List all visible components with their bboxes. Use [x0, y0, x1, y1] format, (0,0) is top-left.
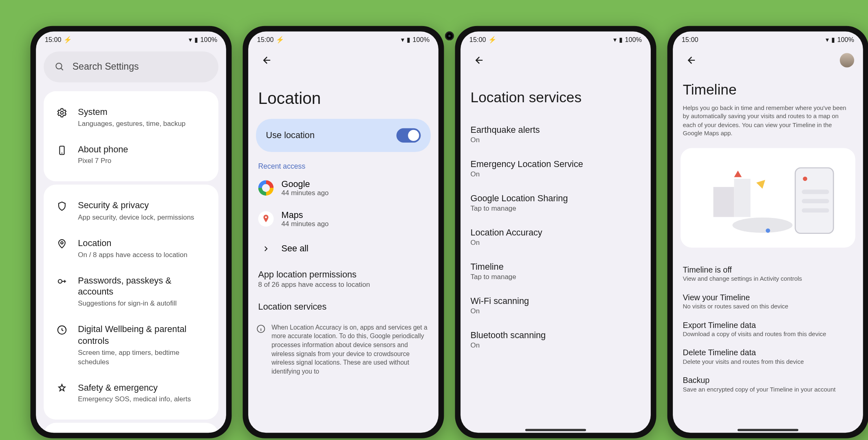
service-location-accuracy[interactable]: Location AccuracyOn [468, 220, 643, 254]
timeline-illustration [681, 148, 855, 247]
svg-rect-10 [713, 187, 734, 217]
svg-point-4 [58, 279, 62, 283]
service-bluetooth-scanning[interactable]: Bluetooth scanningOn [468, 323, 643, 357]
battery-pct: 100% [625, 36, 642, 44]
settings-item-safety-emergency[interactable]: Safety & emergencyEmergency SOS, medical… [53, 374, 209, 412]
phone-location-services: 15:00⚡ ▾▮100% Location services Earthqua… [455, 26, 657, 438]
settings-item-security-privacy[interactable]: Security & privacyApp security, device l… [53, 193, 209, 230]
timeline-backup[interactable]: BackupSave an encrypted copy of your Tim… [681, 370, 855, 398]
page-title: Location [258, 89, 429, 108]
svg-rect-18 [802, 189, 829, 194]
back-button[interactable] [469, 50, 489, 70]
battery-icon: ▮ [194, 36, 198, 44]
use-location-toggle[interactable]: Use location [256, 119, 431, 152]
settings-item-system[interactable]: SystemLanguages, gestures, time, backup [53, 99, 209, 136]
location-services-row[interactable]: Location services [256, 295, 431, 318]
battery-pct: 100% [200, 36, 218, 44]
toggle-label: Use location [266, 130, 315, 140]
svg-rect-11 [734, 178, 750, 217]
phone-settings: 15:00⚡ ▾▮100% Search Settings SystemLang… [31, 26, 232, 438]
battery-pct: 100% [412, 36, 430, 44]
page-title: Timeline [683, 81, 853, 98]
back-button[interactable] [257, 50, 277, 70]
clock: 15:00 [257, 36, 274, 44]
svg-marker-13 [734, 170, 742, 177]
wifi-icon: ▾ [613, 36, 617, 44]
maps-icon [258, 211, 274, 227]
svg-point-15 [766, 228, 770, 233]
camera-cutout [445, 31, 454, 40]
chevron-right-icon [258, 241, 274, 257]
key-icon [56, 275, 68, 287]
recent-access-label: Recent access [258, 162, 429, 170]
svg-point-0 [56, 63, 62, 69]
switch-on[interactable] [397, 128, 421, 143]
svg-point-3 [61, 242, 63, 244]
timeline-timeline-is-off[interactable]: Timeline is offView and change settings … [681, 260, 855, 287]
timeline-view-your-timeline[interactable]: View your TimelineNo visits or routes sa… [681, 287, 855, 315]
service-google-location-sharing[interactable]: Google Location SharingTap to manage [468, 186, 643, 220]
app-location-permissions[interactable]: App location permissions 8 of 26 apps ha… [256, 263, 431, 295]
settings-item-digital-wellbeing-parental-controls[interactable]: Digital Wellbeing & parental controlsScr… [53, 316, 209, 374]
search-placeholder: Search Settings [73, 62, 139, 73]
back-button[interactable] [682, 50, 702, 70]
status-bar: 15:00 ▾▮100% [673, 31, 863, 48]
gear-icon [56, 107, 68, 119]
recent-app-maps[interactable]: Maps44 minutes ago [256, 203, 431, 234]
nav-bar[interactable] [460, 427, 651, 433]
settings-item-passwords-passkeys-accounts[interactable]: Passwords, passkeys & accountsSuggestion… [53, 267, 209, 316]
settings-item-about-phone[interactable]: About phonePixel 7 Pro [53, 136, 209, 174]
phone-timeline: 15:00 ▾▮100% Timeline Helps you go back … [668, 26, 868, 438]
battery-icon: ▮ [407, 36, 410, 44]
search-settings[interactable]: Search Settings [44, 51, 218, 82]
svg-point-17 [803, 176, 807, 181]
battery-pct: 100% [837, 36, 854, 44]
status-bar: 15:00⚡ ▾▮100% [248, 31, 438, 48]
wifi-icon: ▾ [826, 36, 829, 44]
timeline-description: Helps you go back in time and remember w… [681, 104, 855, 145]
wifi-icon: ▾ [401, 36, 404, 44]
service-wi-fi-scanning[interactable]: Wi-Fi scanningOn [468, 288, 643, 323]
svg-rect-20 [802, 208, 829, 213]
service-earthquake-alerts[interactable]: Earthquake alertsOn [468, 117, 643, 152]
svg-marker-14 [756, 176, 768, 188]
phone-icon [56, 144, 68, 156]
shield-icon [56, 200, 68, 213]
settings-item-accessibility[interactable]: AccessibilityDisplay, interaction, audio [53, 431, 209, 433]
recent-app-google[interactable]: Google44 minutes ago [256, 172, 431, 203]
service-emergency-location-service[interactable]: Emergency Location ServiceOn [468, 152, 643, 186]
location-info-text: When Location Accuracy is on, apps and s… [271, 323, 431, 376]
bolt-icon: ⚡ [488, 36, 496, 44]
bolt-icon: ⚡ [276, 36, 284, 44]
status-bar: 15:00⚡ ▾▮100% [460, 31, 651, 48]
settings-item-location[interactable]: LocationOn / 8 apps have access to locat… [53, 230, 209, 267]
battery-icon: ▮ [619, 36, 623, 44]
see-all-label: See all [282, 244, 429, 253]
see-all-row[interactable]: See all [256, 234, 431, 263]
timeline-delete-timeline-data[interactable]: Delete Timeline dataDelete your visits a… [681, 343, 855, 370]
emergency-icon [56, 382, 68, 394]
phone-location: 15:00⚡ ▾▮100% Location Use location Rece… [243, 26, 444, 438]
service-timeline[interactable]: TimelineTap to manage [468, 254, 643, 288]
status-bar: 15:00⚡ ▾▮100% [36, 31, 226, 48]
timeline-export-timeline-data[interactable]: Export Timeline dataDownload a copy of v… [681, 315, 855, 343]
google-icon [258, 180, 274, 196]
account-avatar[interactable] [840, 53, 854, 67]
location-icon [56, 238, 68, 250]
svg-point-1 [61, 111, 64, 114]
nav-bar[interactable] [673, 427, 863, 433]
wifi-icon: ▾ [189, 36, 192, 44]
clock: 15:00 [45, 36, 62, 44]
svg-point-12 [732, 217, 792, 233]
svg-rect-19 [802, 199, 829, 203]
clock: 15:00 [469, 36, 486, 44]
battery-icon: ▮ [831, 36, 835, 44]
wellbeing-icon [56, 324, 68, 336]
page-title: Location services [471, 89, 641, 106]
info-icon [256, 324, 266, 334]
clock: 15:00 [682, 36, 698, 44]
bolt-icon: ⚡ [64, 36, 72, 44]
search-icon [55, 62, 64, 72]
svg-point-8 [265, 216, 267, 218]
